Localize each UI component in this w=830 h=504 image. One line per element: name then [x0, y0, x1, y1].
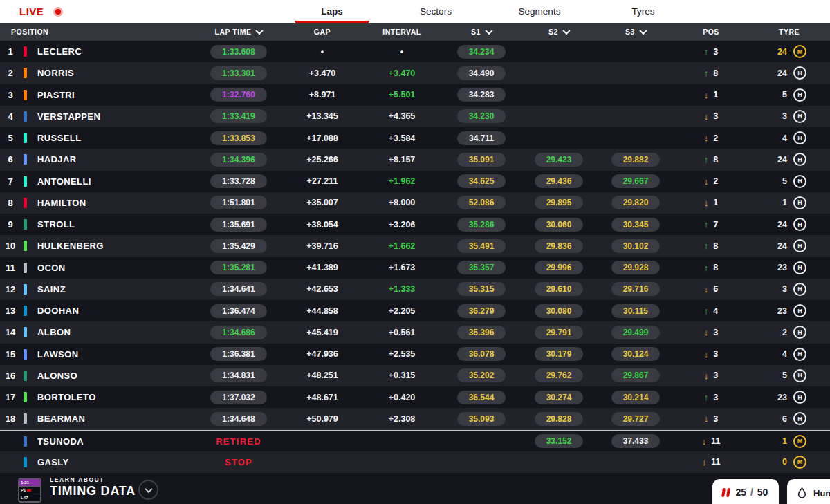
- column-header-s2[interactable]: S2: [520, 28, 598, 36]
- position-change-value: 3: [713, 328, 718, 337]
- sector3-cell: 29.867: [598, 368, 674, 382]
- position-change: ↓ 1: [674, 90, 748, 100]
- column-header-s3[interactable]: S3: [598, 28, 674, 36]
- position-change-arrow-icon: ↑: [704, 220, 709, 229]
- sector1-value: 35.491: [457, 239, 506, 253]
- expand-info-button[interactable]: [138, 480, 158, 500]
- tab-laps[interactable]: Laps: [280, 0, 384, 23]
- learn-about-block: LEARN ABOUT TIMING DATA: [50, 476, 136, 498]
- sector2-cell: 29.610: [520, 282, 598, 296]
- driver-name: ALBON: [31, 327, 194, 337]
- position-change-arrow-icon: ↓: [704, 371, 709, 380]
- interval-value: +0.315: [389, 371, 416, 380]
- sector2-cell: 29.423: [520, 153, 598, 167]
- position-change-value: 11: [711, 457, 720, 467]
- table-row[interactable]: 17 BORTOLETO 1:37.032 +48.671 +0.420 36.…: [0, 386, 830, 408]
- interval-cell: +2.535: [361, 349, 443, 359]
- sector3-value: 29.820: [611, 196, 660, 209]
- table-row[interactable]: 11 OCON 1:35.281 +41.389 +1.673 35.357 2…: [0, 257, 830, 279]
- table-row[interactable]: 1 LECLERC 1:33.608 • • 34.234 ↑ 3 24 M: [0, 41, 830, 62]
- table-row[interactable]: 18 BEARMAN 1:34.648 +50.979 +2.308 35.09…: [0, 408, 830, 429]
- driver-name: STROLL: [31, 219, 194, 230]
- sector2-value: 29.610: [535, 282, 583, 296]
- table-row[interactable]: 13 DOOHAN 1:36.474 +44.858 +2.205 36.279…: [0, 300, 830, 321]
- table-row[interactable]: 2 NORRIS 1:33.301 +3.470 +3.470 34.490 ↑…: [0, 62, 830, 84]
- column-header-pos: POS: [674, 28, 748, 36]
- interval-cell: +2.308: [361, 414, 443, 424]
- gap-cell: +38.054: [284, 220, 361, 230]
- interval-value: +8.157: [389, 155, 416, 165]
- column-header-s1[interactable]: S1: [443, 28, 520, 36]
- sector3-cell: 30.124: [598, 347, 674, 361]
- lap-time-cell: 1:36.381: [194, 347, 284, 361]
- lap-time-value: 1:32.760: [210, 88, 267, 102]
- humidity-card[interactable]: Humidity: [787, 479, 830, 504]
- sector2-cell: 29.436: [520, 174, 598, 188]
- position-number: 7: [0, 176, 21, 187]
- table-row[interactable]: 4 VERSTAPPEN 1:33.419 +13.345 +4.365 34.…: [0, 106, 830, 127]
- position-change: ↑ 7: [674, 220, 748, 230]
- tyre-info: 5 H: [748, 88, 830, 102]
- sector2-cell: 29.895: [520, 196, 598, 209]
- gap-cell: +3.470: [284, 68, 361, 78]
- sector2-cell: 30.060: [520, 218, 598, 232]
- tyre-compound-icon: H: [793, 261, 806, 274]
- tab-sectors[interactable]: Sectors: [384, 0, 488, 23]
- tab-segments[interactable]: Segments: [488, 0, 591, 23]
- interval-value: +3.206: [389, 220, 416, 230]
- position-change: ↓ 3: [674, 349, 748, 359]
- sector3-cell: 29.928: [598, 261, 674, 274]
- lap-time-value: 1:34.686: [210, 326, 267, 339]
- table-row[interactable]: 6 HADJAR 1:34.396 +25.266 +8.157 35.091 …: [0, 149, 830, 170]
- tab-tyres[interactable]: Tyres: [591, 0, 695, 23]
- table-row[interactable]: 9 STROLL 1:35.691 +38.054 +3.206 35.286 …: [0, 214, 830, 235]
- table-row[interactable]: 5 RUSSELL 1:33.853 +17.088 +3.584 34.711…: [0, 127, 830, 149]
- interval-cell: +3.470: [361, 68, 443, 78]
- table-row[interactable]: 7 ANTONELLI 1:33.728 +27.211 +1.962 34.6…: [0, 171, 830, 192]
- sector3-cell: 29.716: [598, 282, 674, 296]
- gap-value: +38.054: [306, 220, 338, 230]
- interval-cell: +1.962: [361, 176, 443, 186]
- position-change-arrow-icon: ↓: [704, 112, 709, 121]
- sector2-value: 30.060: [535, 218, 583, 232]
- interval-cell: +1.673: [361, 263, 443, 272]
- tyre-info: 5 H: [748, 175, 830, 188]
- team-color-bar: [24, 154, 27, 165]
- sector1-cell: 34.283: [443, 88, 520, 102]
- lap-time-value: 1:34.396: [210, 153, 267, 167]
- table-row[interactable]: 15 LAWSON 1:36.381 +47.936 +2.535 36.078…: [0, 344, 830, 365]
- table-row[interactable]: 12 SAINZ 1:34.641 +42.653 +1.333 35.315 …: [0, 279, 830, 300]
- gap-value: +25.266: [306, 155, 338, 165]
- gap-cell: +27.211: [284, 176, 361, 186]
- table-row[interactable]: 16 ALONSO 1:34.831 +48.251 +0.315 35.202…: [0, 365, 830, 386]
- gap-value: +41.389: [306, 263, 338, 272]
- table-row[interactable]: TSUNODA RETIRED 33.152 37.433 ↓ 11 1 M: [0, 430, 830, 451]
- live-label: LIVE: [19, 6, 44, 17]
- tyre-lap-count: 23: [777, 263, 787, 272]
- lap-counter-card[interactable]: 25 / 50: [712, 479, 779, 504]
- tyre-info: 6 H: [748, 412, 830, 425]
- sector1-cell: 35.315: [443, 282, 520, 296]
- position-change-arrow-icon: ↓: [704, 414, 709, 423]
- lap-counter-icon: [721, 488, 730, 497]
- table-row[interactable]: 14 ALBON 1:34.686 +45.419 +0.561 35.396 …: [0, 321, 830, 343]
- driver-name: HULKENBERG: [31, 241, 194, 251]
- column-header-lap-time[interactable]: LAP TIME: [194, 28, 284, 36]
- gap-value: +3.470: [309, 68, 336, 78]
- position-change-arrow-icon: ↓: [702, 437, 707, 446]
- sector2-value: 29.791: [535, 326, 583, 339]
- table-row[interactable]: 10 HULKENBERG 1:35.429 +39.716 +1.662 35…: [0, 235, 830, 256]
- gap-value: +35.007: [306, 198, 338, 207]
- interval-value: +1.333: [389, 284, 416, 294]
- position-number: 9: [0, 219, 21, 230]
- logo-line: L47: [19, 494, 40, 501]
- sector1-cell: 34.230: [443, 109, 520, 123]
- tyre-lap-count: 23: [777, 393, 787, 402]
- table-row[interactable]: 8 HAMILTON 1:51.801 +35.007 +8.000 52.08…: [0, 192, 830, 214]
- position-change-value: 1: [713, 198, 718, 207]
- tyre-lap-count: 3: [782, 284, 787, 294]
- tyre-lap-count: 2: [782, 328, 787, 337]
- table-row[interactable]: 3 PIASTRI 1:32.760 +8.971 +5.501 34.283 …: [0, 84, 830, 106]
- table-row[interactable]: GASLY STOP ↓ 11 0 M: [0, 451, 830, 473]
- driver-name: OCON: [31, 263, 194, 273]
